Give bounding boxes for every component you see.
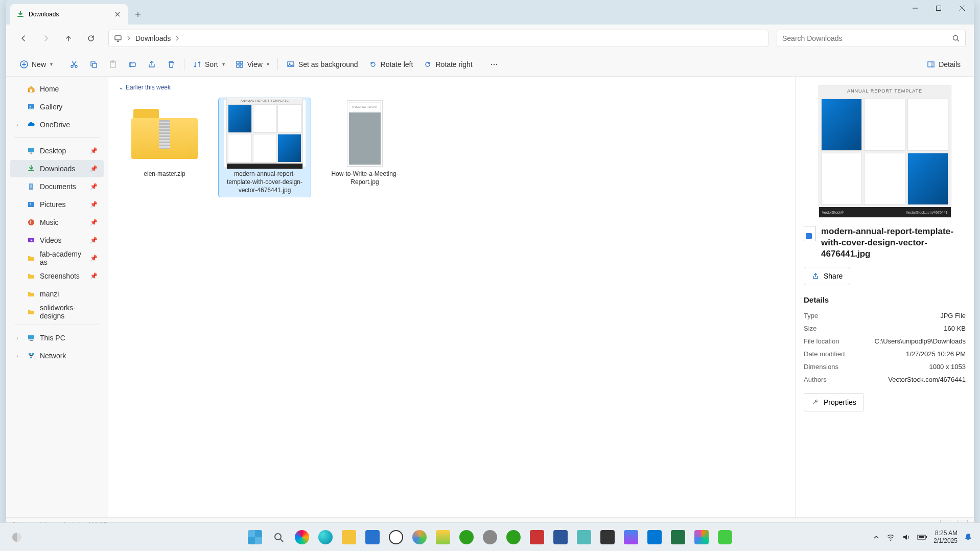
chevron-down-icon: ⌄ (119, 84, 124, 91)
cloud-icon (27, 120, 36, 129)
sidebar-item-desktop[interactable]: Desktop 📌 (10, 142, 104, 159)
more-button[interactable] (484, 55, 504, 74)
details-toggle-button[interactable]: Details (921, 55, 966, 74)
paste-button[interactable] (103, 55, 123, 74)
sidebar-item-thispc[interactable]: › This PC (10, 329, 104, 347)
rename-button[interactable] (123, 55, 142, 74)
sidebar-item-screenshots[interactable]: Screenshots 📌 (10, 267, 104, 285)
properties-button[interactable]: Properties (804, 393, 864, 411)
scissors-icon (69, 60, 79, 69)
taskbar-app[interactable] (620, 526, 642, 548)
taskbar-app-solidworks[interactable] (526, 526, 548, 548)
clock[interactable]: 8:25 AM 2/1/2025 (934, 530, 958, 544)
tab-downloads[interactable]: Downloads (10, 4, 128, 25)
taskbar-app-chrome[interactable] (409, 526, 430, 548)
rotate-left-button[interactable]: Rotate left (363, 55, 418, 74)
share-button[interactable]: Share (804, 267, 850, 285)
taskbar-app-explorer[interactable] (338, 526, 360, 548)
up-button[interactable] (59, 29, 78, 48)
folder-icon (27, 307, 36, 316)
taskbar-app-store[interactable] (362, 526, 383, 548)
view-button[interactable]: View ▾ (230, 55, 274, 74)
video-icon (27, 236, 36, 245)
new-button[interactable]: New ▾ (14, 55, 58, 74)
refresh-button[interactable] (82, 29, 100, 48)
set-background-button[interactable]: Set as background (281, 55, 363, 74)
cut-button[interactable] (64, 55, 84, 74)
search-input[interactable] (782, 34, 952, 42)
sidebar-item-onedrive[interactable]: › OneDrive (10, 116, 104, 133)
rotate-right-button[interactable]: Rotate right (418, 55, 477, 74)
sidebar-item-manzi[interactable]: manzi (10, 285, 104, 303)
sidebar-item-documents[interactable]: Documents 📌 (10, 178, 104, 195)
svg-point-4 (71, 65, 73, 67)
file-thumbnail (124, 100, 205, 167)
file-item[interactable]: elen-master.zip (119, 98, 211, 197)
close-button[interactable] (950, 0, 974, 16)
taskbar-app-terminal[interactable] (597, 526, 618, 548)
sidebar-item-music[interactable]: Music 📌 (10, 214, 104, 231)
svg-rect-0 (937, 6, 941, 11)
taskbar: 8:25 AM 2/1/2025 (0, 522, 980, 551)
file-item[interactable]: 5 MEETING REPORT How-to-Write-a-Meeting-… (319, 98, 411, 197)
sidebar-label: fab-academy as (40, 250, 86, 266)
battery-icon[interactable] (916, 533, 928, 541)
system-tray: 8:25 AM 2/1/2025 (872, 530, 974, 544)
wifi-icon[interactable] (885, 532, 896, 542)
forward-button[interactable] (37, 29, 55, 48)
titlebar: Downloads (6, 0, 974, 25)
sort-button[interactable]: Sort ▾ (188, 55, 230, 74)
tray-chevron-icon[interactable] (872, 533, 880, 541)
delete-button[interactable] (161, 55, 181, 74)
taskbar-app-notepad[interactable] (573, 526, 595, 548)
tab-close-button[interactable] (113, 10, 122, 18)
sidebar-item-downloads[interactable]: Downloads 📌 (10, 160, 104, 177)
new-tab-button[interactable] (130, 6, 146, 22)
sidebar-item-network[interactable]: › Network (10, 347, 104, 364)
taskbar-app-copilot[interactable] (291, 526, 313, 548)
document-icon (27, 182, 36, 191)
network-icon (27, 351, 36, 360)
search-box[interactable] (777, 30, 966, 47)
minimize-button[interactable] (903, 0, 927, 16)
copy-button[interactable] (84, 55, 103, 74)
sidebar-label: Downloads (40, 165, 86, 173)
notifications-icon[interactable] (963, 532, 974, 543)
sidebar-item-solidworks[interactable]: solidworks-designs (10, 303, 104, 320)
maximize-button[interactable] (927, 0, 950, 16)
address-path[interactable]: Downloads (108, 30, 768, 47)
taskbar-app-quickbooks[interactable] (503, 526, 524, 548)
share-icon (811, 272, 820, 280)
file-list[interactable]: ⌄ Earlier this week elen-master.zip (108, 77, 795, 517)
rotate-left-label: Rotate left (381, 60, 413, 68)
search-button[interactable] (268, 526, 289, 548)
sidebar-label: Pictures (40, 200, 86, 209)
sidebar-item-home[interactable]: Home (10, 80, 104, 98)
taskbar-app-word[interactable] (550, 526, 571, 548)
rename-icon (128, 60, 137, 69)
weather-widget[interactable] (6, 526, 28, 548)
path-segment[interactable]: Downloads (135, 34, 171, 42)
group-header[interactable]: ⌄ Earlier this week (116, 81, 787, 94)
volume-icon[interactable] (901, 532, 911, 542)
taskbar-app[interactable] (714, 526, 736, 548)
sidebar-item-pictures[interactable]: Pictures 📌 (10, 196, 104, 213)
taskbar-app-vscode[interactable] (644, 526, 665, 548)
file-item[interactable]: ANNUAL REPORT TEMPLATE modern-annual-rep… (219, 98, 311, 197)
taskbar-app[interactable] (432, 526, 454, 548)
taskbar-app-edge[interactable] (315, 526, 336, 548)
taskbar-app-dell[interactable] (385, 526, 407, 548)
pin-icon: 📌 (90, 272, 98, 280)
taskbar-app-quickbooks[interactable] (456, 526, 477, 548)
sidebar-item-videos[interactable]: Videos 📌 (10, 232, 104, 249)
sort-label: Sort (205, 60, 218, 68)
start-button[interactable] (244, 526, 266, 548)
sidebar-item-fab[interactable]: fab-academy as 📌 (10, 249, 104, 267)
taskbar-app-settings[interactable] (479, 526, 501, 548)
share-button[interactable] (142, 55, 161, 74)
svg-point-36 (890, 540, 891, 541)
taskbar-app-excel[interactable] (667, 526, 689, 548)
sidebar-item-gallery[interactable]: Gallery (10, 98, 104, 116)
taskbar-app[interactable] (691, 526, 712, 548)
back-button[interactable] (14, 29, 33, 48)
